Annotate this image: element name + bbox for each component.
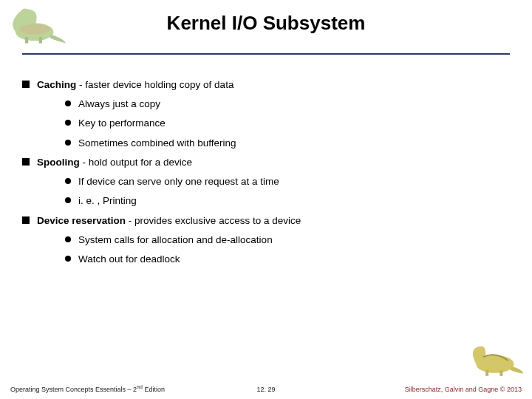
subbullet: If device can serve only one request at … [65,175,510,188]
title-rule [22,53,510,55]
circle-bullet-icon [65,197,71,203]
svg-rect-2 [25,37,28,44]
bullet-device-reservation: Device reservation - provides exclusive … [22,214,510,228]
svg-rect-7 [499,370,502,376]
bullet-caching: Caching - faster device holding copy of … [22,78,510,92]
circle-bullet-icon [65,256,71,262]
circle-bullet-icon [65,236,71,242]
subbullet: Key to performance [65,117,510,130]
slide-title: Kernel I/O Subsystem [0,7,532,35]
subbullet: Always just a copy [65,98,510,111]
subbullet: System calls for allocation and de-alloc… [65,233,510,247]
square-bullet-icon [22,216,30,224]
subbullet: i. e. , Printing [65,194,510,208]
circle-bullet-icon [65,120,71,126]
footer-copyright: Silberschatz, Galvin and Gagne © 2013 [405,386,522,393]
square-bullet-icon [22,81,30,88]
circle-bullet-icon [65,100,71,106]
dinosaur-top-icon [4,1,71,46]
dinosaur-bottom-icon [466,343,525,378]
svg-point-1 [21,8,30,17]
bullet-text: Device reservation - provides exclusive … [37,214,510,228]
circle-bullet-icon [65,178,71,184]
bullet-text: Caching - faster device holding copy of … [37,78,510,92]
svg-rect-3 [39,37,42,44]
slide: Kernel I/O Subsystem Caching - faster de… [0,0,532,399]
subbullet: Sometimes combined with buffering [65,137,510,150]
subbullet: Watch out for deadlock [65,253,510,266]
slide-footer: Operating System Concepts Essentials – 2… [0,381,532,393]
square-bullet-icon [22,158,30,166]
slide-header: Kernel I/O Subsystem [0,0,532,59]
bullet-text: Spooling - hold output for a device [37,156,510,169]
svg-rect-6 [485,370,488,376]
bullet-spooling: Spooling - hold output for a device [22,156,510,169]
svg-point-4 [19,24,50,35]
slide-content: Caching - faster device holding copy of … [0,59,532,266]
circle-bullet-icon [65,140,71,146]
